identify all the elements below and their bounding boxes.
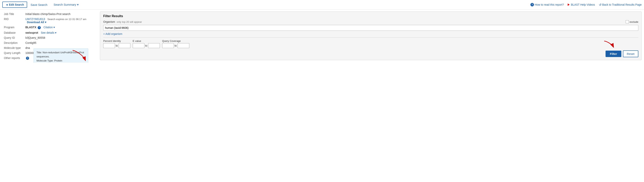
database-label: Database (2, 30, 24, 35)
exclude-checkbox[interactable] (626, 20, 629, 23)
query-coverage-to[interactable] (178, 43, 189, 48)
exclude-row: exclude (626, 20, 638, 23)
edit-search-button[interactable]: ◄ Edit Search (2, 1, 27, 8)
database-row: Database swissprot See details ▾ (2, 30, 96, 35)
e-value-label: E value (133, 39, 160, 42)
citation-link[interactable]: Citation ▾ (44, 26, 55, 29)
filter-buttons-row: Filter Reset (103, 50, 638, 57)
percent-identity-to-label: to (116, 44, 118, 47)
organism-input-row (103, 25, 638, 31)
e-value-to-label: to (145, 44, 147, 47)
exclude-label: exclude (630, 20, 638, 23)
back-arrow-icon: ↺ (599, 3, 602, 7)
query-id-label: Query ID (2, 35, 24, 40)
save-search-link[interactable]: Save Search (28, 2, 50, 7)
search-summary-link[interactable]: Search Summary ▾ (51, 2, 82, 7)
toolbar-right: ? How to read this report? BLAST Help Vi… (530, 3, 642, 7)
query-id-row: Query ID lcl|Query_80558 (2, 35, 96, 40)
program-value: BLASTX (25, 26, 36, 29)
description-label: Description (2, 40, 24, 45)
e-value-from[interactable] (133, 43, 144, 48)
filter-section: Organism only top 20 will appear exclude… (103, 20, 638, 57)
toolbar: ◄ Edit Search Save Search Search Summary… (0, 0, 644, 9)
description-value: Contig95 (24, 40, 96, 45)
back-to-traditional-link[interactable]: ↺ Back to Traditional Results Page (599, 3, 642, 7)
e-value-range: to (133, 43, 160, 48)
main-content: Job Title Initial blastx chimp/Swiss-Pro… (0, 9, 644, 63)
percent-identity-range: to (103, 43, 130, 48)
job-title-label: Job Title (2, 11, 24, 16)
job-title-row: Job Title Initial blastx chimp/Swiss-Pro… (2, 11, 96, 16)
query-length-label: Query Length (2, 50, 24, 56)
rid-row: RID UW7ZYMDJ013 Search expires on 12-31 … (2, 16, 96, 25)
filter-panel: Filter Results Organism only top 20 will… (100, 11, 642, 60)
other-reports-label: Other reports (2, 56, 24, 61)
other-reports-help-icon[interactable]: ? (26, 57, 29, 60)
add-organism-link[interactable]: + Add organism (103, 32, 122, 35)
expiry-text: Search expires on 12-31 06:17 am (48, 18, 86, 21)
database-value: swissprot (25, 31, 38, 34)
how-to-read-link[interactable]: ? How to read this report? (530, 3, 564, 6)
play-icon (568, 3, 570, 6)
tooltip-title: Title: Non-redundant UniProtKB/SwissProt… (36, 51, 85, 59)
query-id-value: lcl|Query_80558 (24, 35, 96, 40)
reset-button[interactable]: Reset (623, 50, 638, 57)
toolbar-left: ◄ Edit Search Save Search Search Summary… (2, 1, 530, 8)
see-details-link[interactable]: See details ▾ (41, 31, 56, 34)
query-coverage-to-label: to (175, 44, 177, 47)
percent-identity-from[interactable] (103, 43, 115, 48)
molecule-type-label: Molecule type (2, 45, 24, 50)
percent-identity-group: Percent Identity to (103, 39, 130, 48)
organism-header-row: Organism only top 20 will appear exclude (103, 20, 638, 23)
program-label: Program (2, 25, 24, 30)
percent-identity-to[interactable] (119, 43, 130, 48)
percent-identity-label: Percent Identity (103, 39, 130, 42)
query-coverage-range: to (162, 43, 189, 48)
database-tooltip: Title: Non-redundant UniProtKB/SwissProt… (34, 48, 88, 63)
query-coverage-group: Query Coverage to (162, 39, 189, 48)
download-all-link[interactable]: Download All ▾ (27, 21, 46, 24)
rid-link[interactable]: UW7ZYMDJ013 (25, 17, 45, 21)
e-value-group: E value to (133, 39, 160, 48)
organism-hint: only top 20 will appear (117, 20, 624, 23)
rid-label: RID (2, 16, 24, 25)
filter-divider (103, 37, 638, 38)
filter-title: Filter Results (103, 14, 638, 18)
organism-label: Organism (103, 20, 115, 23)
filter-fields-row: Percent Identity to E value to (103, 39, 638, 48)
program-row: Program BLASTX ? Citation ▾ (2, 25, 96, 30)
tooltip-molecule: Molecule Type: Protein (36, 59, 85, 63)
job-title-value: Initial blastx chimp/Swiss-Prot search (24, 11, 96, 16)
e-value-to[interactable] (148, 43, 160, 48)
filter-button[interactable]: Filter (606, 51, 621, 57)
job-info-panel: Job Title Initial blastx chimp/Swiss-Pro… (2, 11, 96, 61)
query-coverage-label: Query Coverage (162, 39, 189, 42)
blast-help-link[interactable]: BLAST Help Videos (568, 3, 595, 6)
question-icon: ? (530, 3, 534, 6)
add-organism-row: + Add organism (103, 32, 638, 35)
description-row: Description Contig95 (2, 40, 96, 45)
program-help-icon[interactable]: ? (38, 26, 41, 29)
query-coverage-from[interactable] (162, 43, 174, 48)
organism-input[interactable] (103, 25, 638, 31)
